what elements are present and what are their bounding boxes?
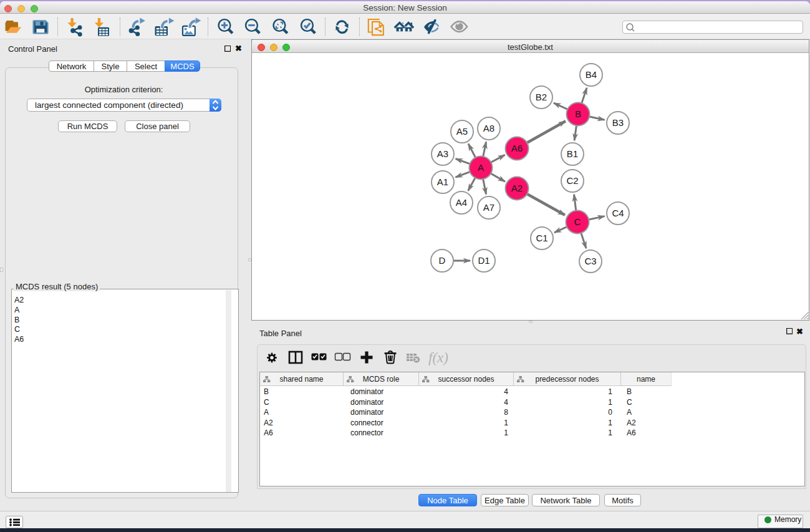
svg-text:A2: A2 xyxy=(511,183,523,193)
svg-text:B1: B1 xyxy=(567,148,578,159)
svg-text:f(x): f(x) xyxy=(428,350,448,365)
svg-text:C2: C2 xyxy=(566,175,578,186)
svg-text:A7: A7 xyxy=(483,202,494,213)
svg-text:C3: C3 xyxy=(584,256,596,266)
svg-text:B: B xyxy=(575,109,581,119)
svg-text:A1: A1 xyxy=(437,177,448,187)
svg-text:A8: A8 xyxy=(483,123,494,133)
svg-text:C: C xyxy=(574,216,581,227)
svg-text:A: A xyxy=(478,162,484,173)
svg-text:A4: A4 xyxy=(456,197,467,208)
svg-text:B2: B2 xyxy=(536,92,547,102)
svg-text:B3: B3 xyxy=(612,117,624,128)
svg-text:C4: C4 xyxy=(612,208,624,218)
svg-text:A6: A6 xyxy=(511,143,523,153)
svg-text:B4: B4 xyxy=(586,69,597,80)
svg-text:A3: A3 xyxy=(437,148,448,159)
svg-text:D: D xyxy=(439,255,446,266)
svg-text:D1: D1 xyxy=(478,255,489,266)
svg-text:C1: C1 xyxy=(536,233,547,243)
svg-text:A5: A5 xyxy=(456,126,468,137)
